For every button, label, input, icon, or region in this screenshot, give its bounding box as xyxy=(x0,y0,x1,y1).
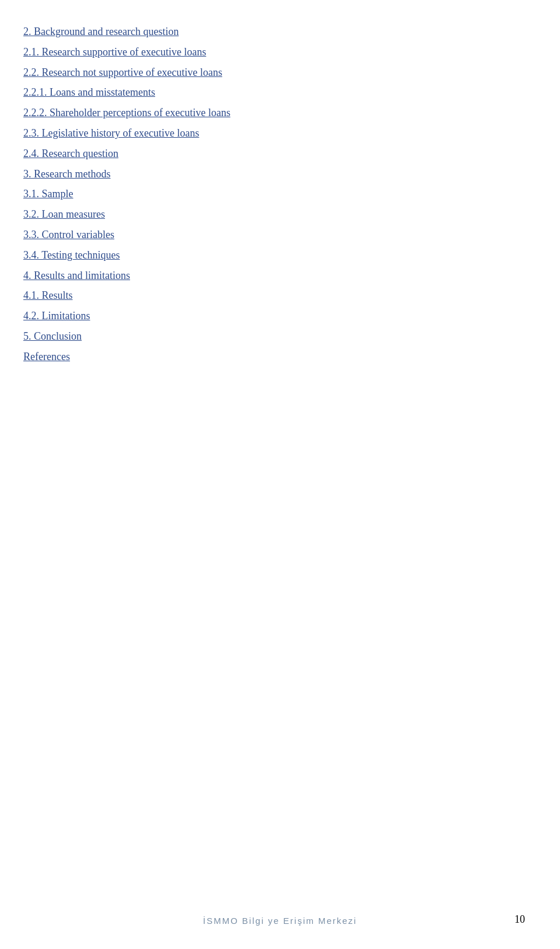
toc-item: 3. Research methods xyxy=(23,166,490,183)
toc-link-item-1[interactable]: 2. Background and research question xyxy=(23,26,178,37)
toc-link-item-3[interactable]: 2.2. Research not supportive of executiv… xyxy=(23,67,222,78)
toc-link-item-17[interactable]: References xyxy=(23,351,70,362)
toc-item: 3.3. Control variables xyxy=(23,226,490,243)
toc-item: 5. Conclusion xyxy=(23,328,490,345)
toc-container: 2. Background and research question2.1. … xyxy=(0,0,525,392)
toc-link-item-16[interactable]: 5. Conclusion xyxy=(23,330,82,342)
toc-link-item-9[interactable]: 3.1. Sample xyxy=(23,188,74,200)
footer-text: İSMMO Bilgi ye Erişim Merkezi xyxy=(203,916,357,926)
toc-link-item-7[interactable]: 2.4. Research question xyxy=(23,148,118,159)
toc-item: 2.1. Research supportive of executive lo… xyxy=(23,44,490,61)
toc-link-item-14[interactable]: 4.1. Results xyxy=(23,289,73,301)
toc-link-item-2[interactable]: 2.1. Research supportive of executive lo… xyxy=(23,46,206,58)
toc-link-item-5[interactable]: 2.2.2. Shareholder perceptions of execut… xyxy=(23,107,230,118)
toc-link-item-13[interactable]: 4. Results and limitations xyxy=(23,270,130,281)
toc-link-item-8[interactable]: 3. Research methods xyxy=(23,168,110,180)
toc-item: 3.2. Loan measures xyxy=(23,206,490,223)
toc-item: 3.4. Testing techniques xyxy=(23,247,490,264)
toc-link-item-4[interactable]: 2.2.1. Loans and misstatements xyxy=(23,86,155,98)
page-number: 10 xyxy=(514,913,525,926)
toc-link-item-12[interactable]: 3.4. Testing techniques xyxy=(23,249,120,261)
toc-link-item-10[interactable]: 3.2. Loan measures xyxy=(23,208,105,220)
toc-item: 2.2.1. Loans and misstatements xyxy=(23,84,490,101)
toc-item: 2.2. Research not supportive of executiv… xyxy=(23,64,490,81)
toc-item: 2. Background and research question xyxy=(23,23,490,40)
toc-item: References xyxy=(23,348,490,365)
toc-item: 2.2.2. Shareholder perceptions of execut… xyxy=(23,104,490,121)
toc-link-item-15[interactable]: 4.2. Limitations xyxy=(23,310,90,322)
toc-item: 4.2. Limitations xyxy=(23,308,490,325)
toc-item: 2.4. Research question xyxy=(23,145,490,162)
toc-item: 4. Results and limitations xyxy=(23,267,490,284)
toc-item: 4.1. Results xyxy=(23,287,490,304)
toc-item: 3.1. Sample xyxy=(23,186,490,203)
toc-link-item-6[interactable]: 2.3. Legislative history of executive lo… xyxy=(23,127,199,139)
toc-link-item-11[interactable]: 3.3. Control variables xyxy=(23,229,114,240)
toc-item: 2.3. Legislative history of executive lo… xyxy=(23,125,490,142)
